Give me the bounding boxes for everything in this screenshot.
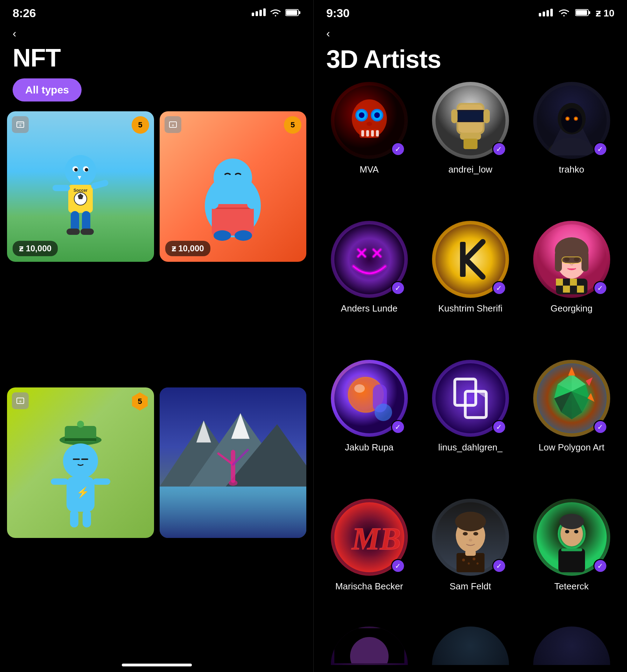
- svg-rect-20: [90, 179, 109, 190]
- svg-rect-69: [576, 10, 587, 15]
- svg-rect-65: [543, 12, 545, 16]
- artist-trahko-avatar-wrap: ✓: [533, 82, 610, 159]
- svg-rect-129: [577, 286, 584, 293]
- svg-point-32: [209, 199, 218, 209]
- artist-item-sam[interactable]: ✓ Sam Feldt: [423, 499, 517, 626]
- svg-rect-119: [555, 251, 562, 272]
- svg-point-35: [235, 230, 252, 241]
- artist-jakub-verified: ✓: [391, 420, 405, 434]
- artist-teteerck-verified: ✓: [593, 559, 607, 573]
- svg-rect-167: [465, 551, 476, 556]
- svg-point-122: [574, 257, 579, 261]
- svg-point-158: [455, 512, 486, 531]
- left-nav-bar: ‹: [0, 23, 313, 43]
- svg-rect-90: [451, 109, 458, 123]
- svg-rect-126: [556, 279, 563, 286]
- right-nav-bar: ‹: [314, 23, 627, 43]
- svg-rect-31: [214, 208, 252, 209]
- nft-card-2[interactable]: 5 ƶ 10,000: [160, 111, 307, 262]
- svg-rect-24: [81, 229, 94, 235]
- artist-kushtrim-avatar-wrap: ✓: [432, 221, 509, 298]
- svg-point-27: [172, 124, 174, 126]
- svg-rect-82: [366, 130, 369, 136]
- svg-rect-19: [53, 185, 70, 191]
- artist-georgking-avatar-wrap: ✓: [533, 221, 610, 298]
- artist-item-kushtrim[interactable]: ✓ Kushtrim Sherifi: [423, 221, 517, 349]
- artist-item-trahko[interactable]: ✓ trahko: [524, 82, 619, 210]
- svg-rect-47: [93, 478, 110, 485]
- artist-item-georgking[interactable]: ✓ Georgking: [524, 221, 619, 349]
- right-battery-icon: [575, 9, 591, 18]
- svg-rect-162: [457, 553, 485, 572]
- svg-rect-83: [371, 130, 374, 136]
- artists-grid: ✓ MVA: [314, 82, 627, 626]
- svg-point-163: [462, 559, 465, 561]
- artist-item-marischa[interactable]: MB MB ✓ Marischa Becker: [322, 499, 416, 626]
- card-1-price: ƶ 10,000: [13, 241, 58, 256]
- artist-mva-name: MVA: [360, 164, 378, 176]
- svg-point-40: [77, 421, 84, 428]
- artist-trahko-name: trahko: [559, 164, 584, 176]
- svg-point-165: [473, 558, 475, 560]
- nft-card-4[interactable]: NFT: [160, 387, 307, 538]
- partial-artist-3[interactable]: [524, 626, 619, 665]
- right-panel: 9:30 ƶ 10 ‹ 3D Artists: [313, 0, 627, 672]
- artist-item-lowpoly[interactable]: ✓ Low Polygon Art: [524, 360, 619, 488]
- svg-point-123: [570, 264, 573, 266]
- card-2-type-icon: [165, 116, 181, 133]
- svg-rect-89: [457, 111, 483, 121]
- svg-text:Soccer: Soccer: [74, 188, 88, 193]
- svg-rect-84: [376, 130, 379, 136]
- artist-item-linus[interactable]: ✓ linus_dahlgren_: [423, 360, 517, 488]
- svg-rect-66: [546, 10, 549, 16]
- all-types-filter[interactable]: All types: [13, 78, 82, 102]
- artist-item-jakub[interactable]: ✓ Jakub Rupa: [322, 360, 416, 488]
- artist-anders-name: Anders Lunde: [341, 303, 398, 315]
- right-back-button[interactable]: ‹: [326, 27, 330, 40]
- svg-rect-48: [70, 510, 78, 527]
- svg-point-101: [566, 118, 569, 120]
- svg-point-77: [359, 112, 364, 118]
- nft-card-3[interactable]: 5: [7, 387, 154, 538]
- artist-item-mva[interactable]: ✓ MVA: [322, 82, 416, 210]
- right-page-title: 3D Artists: [314, 43, 627, 82]
- svg-rect-70: [588, 11, 590, 14]
- artist-marischa-name: Marischa Becker: [335, 581, 403, 593]
- artist-item-anders[interactable]: ✓ Anders Lunde: [322, 221, 416, 349]
- filter-bar: All types: [0, 78, 313, 111]
- left-bottom-indicator: [122, 664, 192, 666]
- right-status-bar: 9:30 ƶ 10: [314, 0, 627, 23]
- artist-andrei-name: andrei_low: [448, 164, 493, 176]
- nft-card-1[interactable]: 5: [7, 111, 154, 262]
- svg-point-159: [463, 532, 468, 536]
- left-page-title: NFT: [0, 43, 313, 78]
- svg-text:MB: MB: [351, 522, 401, 556]
- left-back-button[interactable]: ‹: [13, 27, 16, 40]
- svg-rect-2: [259, 10, 262, 16]
- artist-item-teteerck[interactable]: ✓ Teteerck: [524, 499, 619, 626]
- artist-item-andrei[interactable]: ✓ andrei_low: [423, 82, 517, 210]
- svg-text:⚡: ⚡: [76, 486, 90, 499]
- artist-jakub-avatar-wrap: ✓: [331, 360, 408, 437]
- artist-georgking-name: Georgking: [551, 303, 593, 315]
- left-panel: 8:26 ‹ NFT All types 5: [0, 0, 313, 672]
- svg-rect-176: [561, 548, 582, 551]
- left-status-bar: 8:26: [0, 0, 313, 23]
- artist-andrei-verified: ✓: [492, 142, 506, 156]
- svg-point-78: [374, 112, 380, 118]
- artist-kushtrim-name: Kushtrim Sherifi: [438, 303, 503, 315]
- svg-point-133: [354, 384, 365, 393]
- partial-artist-2[interactable]: [423, 626, 517, 665]
- artist-andrei-avatar-wrap: ✓: [432, 82, 509, 159]
- svg-point-37: [19, 400, 21, 402]
- signal-icon: [252, 8, 266, 18]
- artist-linus-name: linus_dahlgren_: [438, 442, 503, 454]
- svg-point-135: [375, 404, 392, 421]
- card-3-type-icon: [12, 392, 29, 409]
- svg-point-121: [564, 257, 570, 261]
- z-balance: ƶ 10: [595, 7, 614, 19]
- partial-artist-1[interactable]: [322, 626, 416, 665]
- svg-point-174: [559, 514, 584, 529]
- artist-lowpoly-name: Low Polygon Art: [539, 442, 605, 454]
- card-3-badge: 5: [131, 392, 149, 411]
